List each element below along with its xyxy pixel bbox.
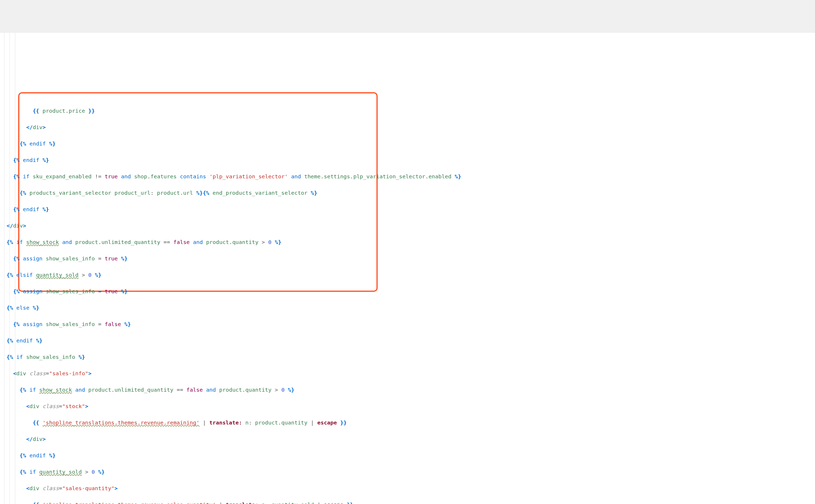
- code-line[interactable]: {% endif %}: [0, 140, 815, 148]
- code-line[interactable]: {% assign show_sales_info = true %}: [0, 287, 815, 296]
- code-line[interactable]: <div class="sales-info">: [0, 369, 815, 378]
- code-line[interactable]: {{ product.price }}: [0, 107, 815, 115]
- code-editor[interactable]: {{ product.price }} </div> {% endif %} {…: [0, 33, 815, 504]
- code-line[interactable]: {% if quantity_sold > 0 %}: [0, 468, 815, 476]
- code-line[interactable]: {{ 'shopline_translations.themes.revenue…: [0, 419, 815, 427]
- code-line[interactable]: {% else %}: [0, 304, 815, 312]
- code-line[interactable]: <div class="sales-quantity">: [0, 484, 815, 493]
- code-line[interactable]: {% endif %}: [0, 156, 815, 164]
- code-line[interactable]: {% if show_stock and product.unlimited_q…: [0, 386, 815, 394]
- code-line[interactable]: {% assign show_sales_info = true %}: [0, 255, 815, 263]
- code-line[interactable]: {% endif %}: [0, 205, 815, 214]
- code-line[interactable]: </div>: [0, 435, 815, 443]
- code-line[interactable]: {% if show_stock and product.unlimited_q…: [0, 238, 815, 247]
- code-line[interactable]: {% products_variant_selector product_url…: [0, 189, 815, 197]
- code-line[interactable]: {% if show_sales_info %}: [0, 353, 815, 361]
- code-line[interactable]: {% if sku_expand_enabled != true and sho…: [0, 172, 815, 181]
- code-line[interactable]: {% endif %}: [0, 337, 815, 345]
- code-line[interactable]: </div>: [0, 222, 815, 230]
- code-line[interactable]: {% endif %}: [0, 451, 815, 460]
- code-line[interactable]: <div class="stock">: [0, 402, 815, 411]
- code-line[interactable]: {% assign show_sales_info = false %}: [0, 320, 815, 329]
- code-line[interactable]: {% elsif quantity_sold > 0 %}: [0, 271, 815, 279]
- code-area[interactable]: {{ product.price }} </div> {% endif %} {…: [0, 98, 815, 504]
- code-line[interactable]: </div>: [0, 123, 815, 132]
- code-line[interactable]: {{ 'shopline_translations.themes.revenue…: [0, 501, 815, 504]
